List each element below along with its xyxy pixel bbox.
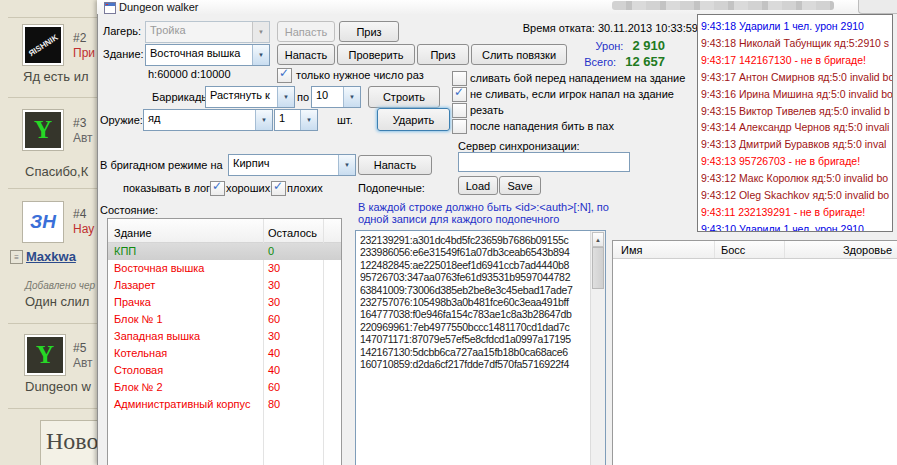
chevron-down-icon: ▼ xyxy=(277,87,294,107)
bad-label[interactable]: плохих xyxy=(287,182,323,194)
post-link-fragment: Авт xyxy=(73,356,93,370)
state-row[interactable]: Блок № 260 xyxy=(108,379,341,396)
hit-groin-checkbox[interactable] xyxy=(452,119,467,134)
log-line[interactable]: 9:43:14 Александр Чернов яд:5:0 invali xyxy=(701,119,892,136)
prize-button-top[interactable]: Приз xyxy=(339,21,399,42)
wards-token-area[interactable]: 232139291:a301dc4bd5fc23659b7686b09155c2… xyxy=(355,230,606,465)
weapon-count-combobox[interactable]: 1 ▼ xyxy=(274,109,318,131)
drain-before-label[interactable]: сливать бой перед нападением на здание xyxy=(470,72,685,84)
barricade-mode-combobox[interactable]: Растянуть к ▼ xyxy=(205,86,295,108)
only-needed-checkbox[interactable] xyxy=(277,68,292,83)
log-line[interactable]: 9:43:18 Ударили 1 чел. урон 2910 xyxy=(701,18,892,35)
post-link-fragment[interactable]: Нау xyxy=(73,222,94,236)
barricade-mode-value: Растянуть к xyxy=(206,87,277,107)
good-checkbox[interactable] xyxy=(210,181,225,196)
app-icon xyxy=(104,2,116,14)
building-value: Восточная вышка xyxy=(146,45,252,65)
building-combobox[interactable]: Восточная вышка ▼ xyxy=(145,44,270,66)
log-line[interactable]: 9:43:10 Ударили 1 чел. урон 2910 xyxy=(701,221,892,232)
log-line[interactable]: 9:43:13 95726703 - не в бригаде! xyxy=(701,153,892,170)
state-row[interactable]: Прачка30 xyxy=(108,294,341,311)
good-label[interactable]: хороших xyxy=(226,182,270,194)
ward-token-line: 122482845:ae225018eef1d6941ccb7ad4440b8 xyxy=(360,259,589,271)
camp-combobox[interactable]: Тройка ▼ xyxy=(145,21,270,43)
only-needed-label[interactable]: только нужное число раз xyxy=(296,69,424,81)
log-line[interactable]: 9:43:17 142167130 - не в бригаде! xyxy=(701,52,892,69)
forum-divider xyxy=(8,408,97,409)
post-body: Один слил xyxy=(25,294,89,309)
hit-groin-label[interactable]: после нападения бить в пах xyxy=(470,120,614,132)
state-row[interactable]: Блок № 160 xyxy=(108,311,341,328)
damage-value: 2 910 xyxy=(632,38,665,53)
state-row[interactable]: КПП0 xyxy=(108,243,341,260)
log-line[interactable]: 9:43:13 Дмитрий Буравков яд:5:0 inval xyxy=(701,136,892,153)
state-row[interactable]: Административный корпус80 xyxy=(108,396,341,413)
hd-stats: h:60000 d:10000 xyxy=(148,68,231,80)
total-label: Всего: xyxy=(584,56,616,68)
log-line[interactable]: 9:43:15 Виктор Тивелев яд:5:0 invalid b xyxy=(701,103,892,120)
cut-label[interactable]: резать xyxy=(470,104,504,116)
weapon-combobox[interactable]: яд ▼ xyxy=(143,109,273,131)
bosses-col-health[interactable]: Здоровье xyxy=(843,244,892,256)
log-line[interactable]: 9:43:18 Николай Табунщик яд:5:2910 s xyxy=(701,35,892,52)
bad-checkbox[interactable] xyxy=(271,181,286,196)
background-window-corner xyxy=(858,0,897,14)
scroll-up-icon[interactable]: ▲ xyxy=(592,232,604,247)
state-col-building[interactable]: Здание xyxy=(114,227,152,239)
prize-button[interactable]: Приз xyxy=(417,44,469,65)
brigade-target-combobox[interactable]: Кирпич ▼ xyxy=(228,154,356,176)
hit-button[interactable]: Ударить xyxy=(377,108,450,131)
bosses-table: Имя Босс Здоровье xyxy=(612,240,897,465)
post-number: #4 xyxy=(73,207,86,221)
bosses-table-header[interactable]: Имя Босс Здоровье xyxy=(613,241,897,259)
remaining-value: 30 xyxy=(268,277,280,294)
building-name: Административный корпус xyxy=(114,396,250,413)
build-button[interactable]: Строить xyxy=(368,86,440,108)
state-row[interactable]: Котельная40 xyxy=(108,345,341,362)
check-button[interactable]: Проверить xyxy=(337,44,415,65)
scrollbar[interactable]: ▲ xyxy=(590,231,605,465)
sync-server-input[interactable] xyxy=(458,152,630,172)
state-row[interactable]: Западная вышка30 xyxy=(108,328,341,345)
state-row[interactable]: Восточная вышка30 xyxy=(108,260,341,277)
sync-server-label: Сервер синхронизации: xyxy=(458,140,580,152)
wards-hint-line2: одной записи для каждого подопечного xyxy=(358,213,559,225)
no-drain-label[interactable]: не сливать, если игрок напал на здание xyxy=(470,88,674,100)
drain-before-checkbox[interactable] xyxy=(452,71,467,86)
scrollbar-thumb[interactable] xyxy=(592,247,604,289)
bosses-col-boss[interactable]: Босс xyxy=(721,244,745,256)
save-button[interactable]: Save xyxy=(499,176,541,195)
user-link[interactable]: Maxkwa xyxy=(26,249,76,264)
attack-button[interactable]: Напасть xyxy=(277,44,335,65)
log-line[interactable]: 9:43:16 Ирина Мишина яд:5:0 invalid bo xyxy=(701,86,892,103)
chevron-down-icon: ▼ xyxy=(252,45,269,65)
state-table-header[interactable]: Здание Осталось xyxy=(108,219,341,243)
remaining-value: 60 xyxy=(268,379,280,396)
camp-label: Лагерь: xyxy=(103,25,141,37)
bosses-col-name[interactable]: Имя xyxy=(621,244,642,256)
state-col-remaining[interactable]: Осталось xyxy=(268,227,317,239)
barricade-count-combobox[interactable]: 10 ▼ xyxy=(311,86,361,108)
remaining-value: 30 xyxy=(268,260,280,277)
no-drain-checkbox[interactable] xyxy=(452,87,467,102)
log-line[interactable]: 9:43:12 Oleg Skachkov яд:5:0 invalid bo xyxy=(701,187,892,204)
ward-token-line: 164777038:f0e946fa154c783ae1c8a3b28647db xyxy=(360,308,589,320)
battle-log[interactable]: 9:43:18 Ударили 1 чел. урон 29109:43:18 … xyxy=(697,14,893,232)
log-line[interactable]: 9:43:17 Антон Смирнов яд:5:0 invalid bo xyxy=(701,69,892,86)
post-link-fragment[interactable]: При xyxy=(73,46,95,60)
load-button[interactable]: Load xyxy=(458,176,498,195)
ward-token-line: 142167130:5dcbb6ca727aa15fb18b0ca68ace6 xyxy=(360,346,589,358)
document-icon: ≡ xyxy=(10,250,23,264)
brigade-attack-button[interactable]: Напасть xyxy=(358,155,432,175)
building-name: Прачка xyxy=(114,294,151,311)
state-row[interactable]: Столовая40 xyxy=(108,362,341,379)
avatar: Y xyxy=(25,335,65,375)
cut-checkbox[interactable] xyxy=(452,103,467,118)
camp-value: Тройка xyxy=(146,22,252,42)
state-row[interactable]: Лазарет30 xyxy=(108,277,341,294)
show-log-label: показывать в логе: xyxy=(123,182,219,194)
log-line[interactable]: 9:43:11 232139291 - не в бригаде! xyxy=(701,204,892,221)
post-body: Яд есть ил xyxy=(23,69,89,84)
log-line[interactable]: 9:43:12 Макс Королюк яд:5:0 invalid bo xyxy=(701,170,892,187)
brigade-mode-label: В бригадном режиме на xyxy=(100,159,223,171)
